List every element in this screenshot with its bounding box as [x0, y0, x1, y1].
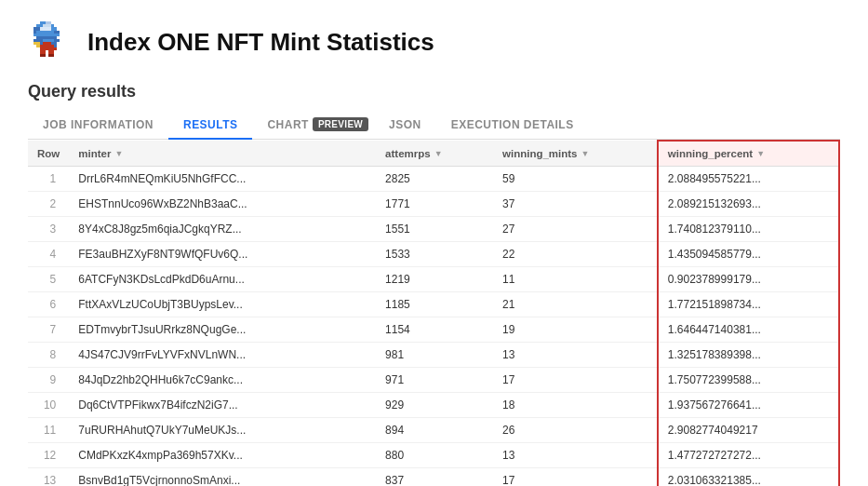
tab-chart-label: CHART	[267, 118, 308, 131]
table-row: 2EHSTnnUco96WxBZ2NhB3aaC...1771372.08921…	[28, 192, 839, 217]
cell-row-num: 5	[28, 267, 69, 292]
cell-attemrps: 894	[376, 418, 493, 443]
cell-winning-mints: 22	[493, 242, 658, 267]
svg-rect-27	[48, 54, 54, 57]
cell-row-num: 3	[28, 217, 69, 242]
cell-winning-percent: 2.031063321385...	[658, 468, 839, 487]
cell-winning-mints: 13	[493, 443, 658, 468]
svg-rect-25	[48, 50, 54, 53]
svg-rect-23	[40, 47, 58, 50]
table-row: 6FttXAxVLzUCoUbjT3BUypsLev...1185211.772…	[28, 292, 839, 317]
main-content: Index ONE NFT Mint Statistics Query resu…	[0, 0, 868, 486]
table-row: 84JS47CJV9rrFvLYVFxNVLnWN...981131.32517…	[28, 343, 839, 368]
cell-attemrps: 1533	[376, 242, 493, 267]
col-header-winning-mints[interactable]: winning_mints ▼	[493, 141, 658, 167]
cell-winning-percent: 1.772151898734...	[658, 292, 839, 317]
cell-attemrps: 1771	[376, 192, 493, 217]
table-row: 10Dq6CtVTPFikwx7B4ifczN2iG7...929181.937…	[28, 393, 839, 418]
app-logo-icon	[28, 19, 74, 65]
col-header-attemrps[interactable]: attemrps ▼	[376, 141, 493, 167]
cell-winning-percent: 1.937567276641...	[658, 393, 839, 418]
cell-winning-mints: 21	[493, 292, 658, 317]
cell-attemrps: 1219	[376, 267, 493, 292]
cell-minter: 4JS47CJV9rrFvLYVFxNVLnWN...	[69, 343, 376, 368]
cell-winning-percent: 2.088495575221...	[658, 167, 839, 192]
cell-row-num: 9	[28, 368, 69, 393]
cell-winning-percent: 2.9082774049217	[658, 418, 839, 443]
tab-results[interactable]: RESULTS	[168, 112, 252, 140]
cell-minter: CMdPKxzK4xmpPa369h57XKv...	[69, 443, 376, 468]
table-row: 117uRURHAhutQ7UkY7uMeUKJs...894262.90827…	[28, 418, 839, 443]
cell-attemrps: 1154	[376, 317, 493, 343]
svg-rect-15	[54, 39, 60, 42]
svg-rect-5	[33, 27, 39, 30]
cell-row-num: 7	[28, 317, 69, 343]
svg-rect-24	[40, 50, 46, 53]
app-header: Index ONE NFT Mint Statistics	[28, 19, 840, 65]
cell-minter: 7uRURHAhutQ7UkY7uMeUKJs...	[69, 418, 376, 443]
cell-winning-percent: 1.325178389398...	[658, 343, 839, 368]
table-row: 56ATCFyN3KDsLcdPkdD6uArnu...1219110.9023…	[28, 267, 839, 292]
tab-json[interactable]: JSON	[374, 112, 436, 140]
cell-winning-percent: 2.089215132693...	[658, 192, 839, 217]
cell-winning-mints: 18	[493, 393, 658, 418]
table-row: 13BsnvBd1gT5VcjrnonnoSmAnxi...837172.031…	[28, 468, 839, 487]
winning-percent-sort-icon: ▼	[756, 149, 765, 158]
section-title: Query results	[28, 82, 840, 101]
svg-rect-7	[51, 27, 57, 30]
table-row: 1DrrL6R4mNEQmKiU5NhGfFCC...2825592.08849…	[28, 167, 839, 192]
svg-rect-6	[40, 27, 52, 30]
cell-winning-mints: 17	[493, 368, 658, 393]
cell-minter: BsnvBd1gT5VcjrnonnoSmAnxi...	[69, 468, 376, 487]
svg-rect-10	[54, 31, 60, 34]
cell-row-num: 12	[28, 443, 69, 468]
tab-job-information[interactable]: JOB INFORMATION	[28, 112, 168, 140]
cell-row-num: 2	[28, 192, 69, 217]
cell-winning-percent: 1.750772399588...	[658, 368, 839, 393]
attemrps-sort-icon: ▼	[434, 149, 443, 158]
table-row: 984JqDz2hb2QHHu6k7cC9ankc...971171.75077…	[28, 368, 839, 393]
cell-attemrps: 1551	[376, 217, 493, 242]
tab-execution-details[interactable]: EXECUTION DETAILS	[436, 112, 589, 140]
table-row: 38Y4xC8J8gz5m6qiaJCgkqYRZ...1551271.7408…	[28, 217, 839, 242]
svg-rect-17	[40, 42, 43, 45]
cell-winning-percent: 1.435094585779...	[658, 242, 839, 267]
cell-attemrps: 1185	[376, 292, 493, 317]
cell-row-num: 11	[28, 418, 69, 443]
cell-winning-mints: 13	[493, 343, 658, 368]
tabs-bar: JOB INFORMATION RESULTS CHART PREVIEW JS…	[28, 111, 840, 140]
table-header-row: Row minter ▼ attemrps ▼	[28, 141, 839, 167]
cell-attemrps: 880	[376, 443, 493, 468]
svg-rect-9	[36, 31, 54, 34]
cell-attemrps: 837	[376, 468, 493, 487]
table-row: 12CMdPKxzK4xmpPa369h57XKv...880131.47727…	[28, 443, 839, 468]
cell-winning-mints: 59	[493, 167, 658, 192]
svg-rect-19	[51, 42, 57, 45]
svg-rect-16	[33, 42, 39, 45]
col-header-winning-percent[interactable]: winning_percent ▼	[658, 141, 839, 167]
svg-rect-22	[54, 45, 57, 47]
tab-chart[interactable]: CHART PREVIEW	[252, 111, 374, 140]
cell-minter: Dq6CtVTPFikwx7B4ifczN2iG7...	[69, 393, 376, 418]
cell-row-num: 4	[28, 242, 69, 267]
cell-row-num: 6	[28, 292, 69, 317]
svg-rect-8	[33, 31, 36, 34]
winning-mints-sort-icon: ▼	[581, 149, 590, 158]
svg-rect-21	[40, 45, 55, 47]
cell-row-num: 10	[28, 393, 69, 418]
svg-rect-12	[36, 36, 57, 39]
cell-winning-mints: 17	[493, 468, 658, 487]
cell-minter: 84JqDz2hb2QHHu6k7cC9ankc...	[69, 368, 376, 393]
results-table-container: Row minter ▼ attemrps ▼	[28, 140, 840, 486]
svg-rect-14	[43, 39, 55, 42]
col-header-minter[interactable]: minter ▼	[69, 141, 376, 167]
cell-attemrps: 981	[376, 343, 493, 368]
cell-winning-mints: 11	[493, 267, 658, 292]
svg-rect-20	[36, 45, 39, 47]
cell-row-num: 8	[28, 343, 69, 368]
svg-rect-13	[33, 39, 42, 42]
table-row: 4FE3auBHZXyF8NT9WfQFUv6Q...1533221.43509…	[28, 242, 839, 267]
cell-minter: 6ATCFyN3KDsLcdPkdD6uArnu...	[69, 267, 376, 292]
table-row: 7EDTmvybrTJsuURrkz8NQugGe...1154191.6464…	[28, 317, 839, 343]
svg-rect-1	[46, 21, 51, 24]
